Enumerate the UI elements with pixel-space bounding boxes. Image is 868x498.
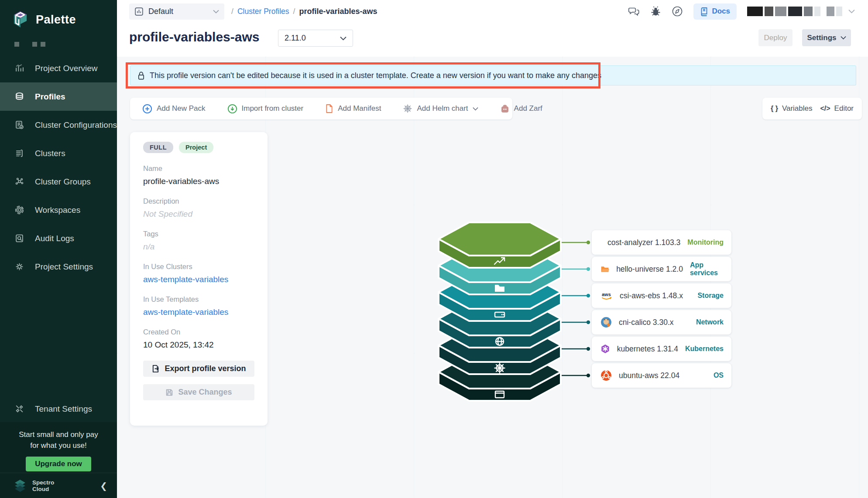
pack-row-hello-universe[interactable]: hello-universe 1.2.0 App services <box>592 257 731 281</box>
profile-stack <box>434 215 594 406</box>
pack-layer-type: Storage <box>697 292 724 300</box>
chevron-down-icon <box>848 9 855 14</box>
editor-button[interactable]: </> Editor <box>820 104 854 113</box>
stack-connectors <box>562 241 590 377</box>
badge-full: FULL <box>143 142 173 153</box>
add-new-pack-button[interactable]: Add New Pack <box>142 104 206 114</box>
helm-wheel-icon <box>495 363 505 373</box>
stack-layer-monitoring[interactable] <box>439 222 561 268</box>
breadcrumb-current: profile-variables-aws <box>299 7 377 16</box>
zarf-icon <box>500 104 510 113</box>
manifest-file-icon <box>325 104 333 113</box>
page-title: profile-variables-aws <box>129 30 259 44</box>
pack-layer-type: Kubernetes <box>685 345 724 353</box>
plus-circle-icon <box>142 104 152 114</box>
pack-name: csi-aws-ebs 1.48.x <box>620 291 690 300</box>
sidebar-nav: Project Overview Profiles Cluster Config… <box>0 54 117 281</box>
add-helm-chart-button[interactable]: Add Helm chart <box>403 104 478 113</box>
nodes-icon <box>15 177 24 186</box>
pack-row-cni-calico[interactable]: cni-calico 3.30.x Network <box>592 310 731 334</box>
in-use-template-link[interactable]: aws-template-variables <box>143 307 254 317</box>
pack-row-cost-analyzer[interactable]: cost-analyzer 1.103.3 Monitoring <box>592 230 731 255</box>
pack-layer-type: OS <box>714 372 724 379</box>
import-from-cluster-button[interactable]: Import from cluster <box>227 104 304 114</box>
docs-book-icon <box>700 7 708 16</box>
calico-icon <box>600 317 612 328</box>
export-profile-version-button[interactable]: Export profile version <box>143 361 254 377</box>
aws-icon: aws <box>600 290 613 301</box>
variables-button[interactable]: { } Variables <box>771 104 813 113</box>
sidebar-item-cluster-groups[interactable]: Cluster Groups <box>0 167 117 196</box>
chevron-down-icon <box>213 10 219 14</box>
pack-row-csi-aws-ebs[interactable]: aws csi-aws-ebs 1.48.x Storage <box>592 283 731 308</box>
pack-name: kubernetes 1.31.4 <box>617 345 678 354</box>
deploy-button[interactable]: Deploy <box>758 29 793 46</box>
project-selector[interactable]: Default <box>129 3 224 20</box>
main-content: This profile version can't be edited bec… <box>117 57 868 498</box>
badge-project: Project <box>179 142 213 153</box>
pack-row-kubernetes[interactable]: kubernetes 1.31.4 Kubernetes <box>592 337 731 361</box>
ubuntu-icon <box>600 370 612 381</box>
sidebar-item-clusters[interactable]: Clusters <box>0 139 117 167</box>
sidebar-pixel-marks <box>14 42 45 47</box>
sidebar-item-profiles[interactable]: Profiles <box>0 82 117 111</box>
page-header: profile-variables-aws 2.11.0 Deploy Sett… <box>117 23 868 57</box>
export-icon <box>151 365 160 373</box>
pack-row-ubuntu-aws[interactable]: ubuntu-aws 22.04 OS <box>592 363 731 388</box>
docs-button[interactable]: Docs <box>693 3 737 20</box>
upgrade-now-button[interactable]: Upgrade now <box>26 457 91 471</box>
save-changes-button[interactable]: Save Changes <box>143 384 254 400</box>
svg-text:aws: aws <box>602 292 611 297</box>
project-icon <box>134 7 144 16</box>
topbar: Default / Cluster Profiles / profile-var… <box>117 0 868 23</box>
in-use-cluster-link[interactable]: aws-template-variables <box>143 275 254 284</box>
add-manifest-button[interactable]: Add Manifest <box>325 104 381 113</box>
project-selector-value: Default <box>148 7 208 16</box>
sidebar-item-cluster-configurations[interactable]: Cluster Configurations <box>0 111 117 139</box>
promo-line1: Start small and only pay <box>0 429 117 440</box>
orbit-icon <box>15 205 24 215</box>
gear-icon <box>15 262 24 271</box>
helm-icon <box>403 104 412 113</box>
view-switcher: { } Variables </> Editor <box>762 98 862 119</box>
layers-icon <box>15 92 24 101</box>
chevron-down-icon <box>473 107 478 111</box>
sidebar-item-workspaces[interactable]: Workspaces <box>0 196 117 224</box>
bug-report-icon[interactable] <box>650 6 661 17</box>
audit-icon <box>15 234 24 243</box>
braces-icon: { } <box>771 105 778 113</box>
chevron-down-icon <box>340 36 347 41</box>
sidebar-item-project-overview[interactable]: Project Overview <box>0 54 117 82</box>
version-value: 2.11.0 <box>285 34 340 43</box>
version-select[interactable]: 2.11.0 <box>278 30 353 47</box>
chat-icon[interactable] <box>628 7 640 17</box>
sidebar: Palette Project Overview Profiles Cluste… <box>0 0 117 498</box>
pack-name: ubuntu-aws 22.04 <box>619 371 707 380</box>
upgrade-promo: Start small and only pay for what you us… <box>0 422 117 473</box>
sidebar-item-tenant-settings[interactable]: Tenant Settings <box>0 395 117 423</box>
breadcrumb: / Cluster Profiles / profile-variables-a… <box>231 0 377 23</box>
kubernetes-icon <box>600 343 610 355</box>
breadcrumb-cluster-profiles[interactable]: Cluster Profiles <box>237 7 289 16</box>
save-icon <box>165 389 173 396</box>
sidebar-item-project-settings[interactable]: Project Settings <box>0 252 117 281</box>
collapse-sidebar-icon[interactable]: ❮ <box>100 481 107 491</box>
profile-description-value: Not Specified <box>143 209 254 219</box>
chevron-down-icon <box>841 36 846 40</box>
user-menu[interactable] <box>747 7 855 16</box>
add-zarf-button[interactable]: Add Zarf <box>500 104 542 113</box>
bar-chart-icon <box>15 64 24 73</box>
compass-icon[interactable] <box>672 6 683 17</box>
server-icon <box>15 149 24 158</box>
pack-name: cni-calico 3.30.x <box>619 318 689 327</box>
pack-layer-type: App services <box>690 261 724 277</box>
palette-logo-icon <box>11 10 30 30</box>
product-name: Palette <box>36 13 76 27</box>
pack-name: hello-universe 1.2.0 <box>616 265 683 274</box>
profile-tags-value: n/a <box>143 242 254 252</box>
promo-line2: for what you use! <box>0 440 117 451</box>
spectro-cloud-logo-icon <box>13 479 27 493</box>
sidebar-item-audit-logs[interactable]: Audit Logs <box>0 224 117 252</box>
settings-button[interactable]: Settings <box>802 29 851 46</box>
redacted-username <box>747 7 763 16</box>
